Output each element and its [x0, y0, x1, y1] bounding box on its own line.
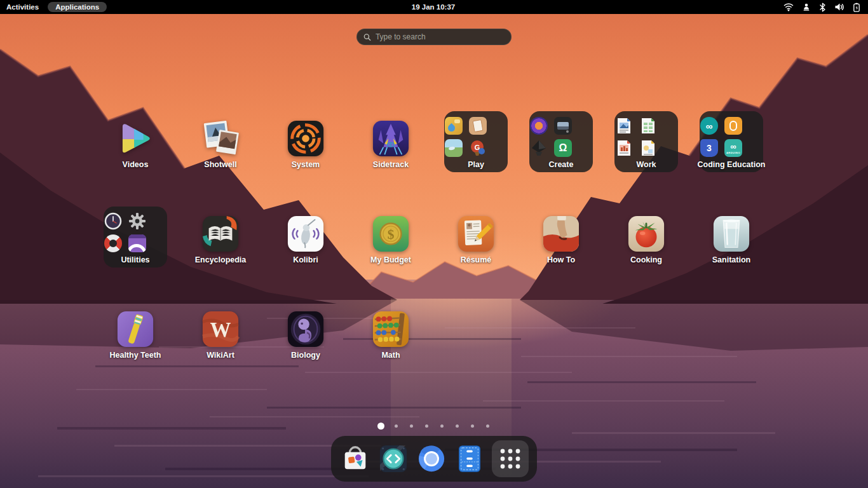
folder-create[interactable]: Ω Create [519, 111, 604, 181]
arduino-ide-mini-icon: ∞ARDUINO [724, 139, 742, 157]
show-apps-icon[interactable] [492, 440, 529, 477]
page-dot-3[interactable] [403, 421, 419, 430]
purple-card-mini-icon [128, 234, 146, 252]
healthy-teeth-icon [116, 309, 155, 349]
app-shotwell[interactable]: Shotwell [178, 111, 263, 181]
wifi-icon [783, 3, 794, 11]
my-budget-icon: $ [371, 214, 410, 254]
page-indicator [373, 421, 495, 430]
fishpond-mini-icon [445, 139, 463, 157]
battery-charging-icon [853, 3, 860, 12]
folder-work[interactable]: Work [604, 111, 689, 181]
app-sanitation[interactable]: Sanitation [689, 207, 774, 276]
cooking-icon [627, 214, 666, 254]
page-dot-6[interactable] [449, 421, 465, 430]
app-biology[interactable]: Biology [263, 302, 348, 372]
app-sidetrack[interactable]: Sidetrack [348, 111, 433, 181]
encyclopedia-icon [201, 214, 240, 254]
scratch-mini-icon [724, 117, 742, 135]
videos-icon [116, 119, 155, 158]
page-dot-1[interactable] [373, 421, 388, 430]
inkscape-mini-icon [530, 139, 548, 157]
video-editor-mini-icon [554, 117, 572, 135]
app-center-icon[interactable] [339, 443, 371, 475]
activities-button[interactable]: Activities [6, 3, 39, 11]
music-app-mini-icon [530, 117, 548, 135]
svg-text:$: $ [388, 227, 395, 242]
app-wikiart[interactable]: W WikiArt [178, 302, 263, 372]
impress-doc-mini-icon [615, 139, 633, 157]
desktop-overview: Activities Applications 19 Jan 10:37 [0, 0, 868, 488]
lifesaver-mini-icon [104, 234, 122, 252]
wikiart-icon: W [201, 309, 240, 349]
kolibri-icon [286, 214, 325, 254]
search-bar[interactable] [356, 29, 512, 45]
gnome-builder-mini-icon: Ω [554, 139, 572, 157]
card-game-mini-icon [469, 117, 487, 135]
sanitation-icon [712, 214, 751, 254]
files-icon[interactable] [454, 443, 485, 475]
privacy-indicator-icon [802, 3, 811, 11]
app-videos[interactable]: Videos [93, 111, 178, 181]
page-dot-5[interactable] [434, 421, 449, 430]
clock[interactable]: 19 Jan 10:37 [412, 3, 455, 11]
app-encyclopedia[interactable]: Encyclopedia [178, 207, 263, 276]
folder-coding-education[interactable]: ∞ 3 ∞ARDUINO Coding Education [689, 111, 774, 181]
system-icon [286, 119, 325, 158]
page-dot-2[interactable] [388, 421, 403, 430]
search-icon [363, 33, 371, 41]
folder-play[interactable]: G Play [433, 111, 519, 181]
chromium-icon[interactable] [416, 443, 447, 475]
app-math[interactable]: Math [348, 302, 433, 372]
resume-icon [456, 214, 496, 254]
sidetrack-icon [371, 119, 410, 158]
search-input[interactable] [376, 32, 505, 41]
app-how-to[interactable]: How To [519, 207, 604, 276]
svg-text:W: W [210, 318, 231, 341]
gear-mini-icon [128, 212, 146, 230]
bluetooth-icon [819, 3, 826, 12]
app-healthy-teeth[interactable]: Healthy Teeth [93, 302, 178, 372]
gcompris-globe-mini-icon: G [469, 139, 487, 157]
page-dot-8[interactable] [480, 421, 495, 430]
calc-doc-mini-icon [639, 117, 657, 135]
writer-doc-mini-icon [615, 117, 633, 135]
clock-mini-icon [104, 212, 122, 230]
arduino-mini-icon: ∞ [700, 117, 718, 135]
folder-utilities[interactable]: Utilities [93, 207, 178, 276]
applications-button[interactable]: Applications [48, 2, 107, 12]
biology-icon [286, 309, 325, 349]
volume-icon [834, 3, 844, 11]
app-cooking[interactable]: Cooking [604, 207, 689, 276]
how-to-icon [541, 214, 581, 254]
app-kolibri[interactable]: Kolibri [263, 207, 348, 276]
hack-icon[interactable] [377, 443, 409, 475]
css3-mini-icon: 3 [700, 139, 718, 157]
app-system[interactable]: System [263, 111, 348, 181]
system-status-area[interactable] [455, 3, 868, 12]
app-my-budget[interactable]: $ My Budget [348, 207, 433, 276]
top-bar: Activities Applications 19 Jan 10:37 [0, 0, 868, 14]
page-dot-7[interactable] [465, 421, 480, 430]
pipes-puzzle-mini-icon [445, 117, 463, 135]
app-resume[interactable]: Résumé [433, 207, 519, 276]
page-dot-4[interactable] [419, 421, 434, 430]
dock [331, 436, 537, 482]
math-icon [371, 309, 410, 349]
draw-doc-mini-icon [639, 139, 657, 157]
shotwell-icon [201, 119, 240, 158]
